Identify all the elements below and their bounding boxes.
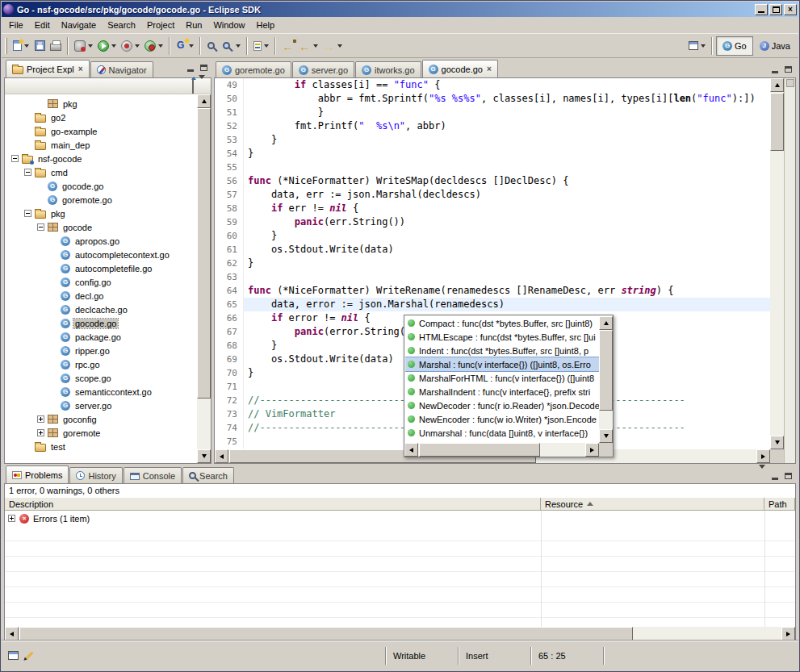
dropdown-arrow-icon[interactable] bbox=[337, 44, 342, 48]
expand-icon[interactable] bbox=[8, 515, 15, 522]
editor-tab-goremote.go[interactable]: Ggoremote.go bbox=[216, 61, 291, 77]
title-bar[interactable]: Go - nsf-gocode/src/pkg/gocode/gocode.go… bbox=[2, 2, 798, 17]
completion-item[interactable]: MarshalIndent : func(v interface{}, pref… bbox=[405, 385, 599, 399]
popup-vertical-scrollbar[interactable] bbox=[599, 316, 613, 443]
tree-item-goconfig[interactable]: goconfig bbox=[5, 412, 197, 426]
edit-marker-button[interactable] bbox=[22, 649, 36, 663]
minimize-problems-button[interactable] bbox=[769, 471, 781, 481]
scrollbar-thumb[interactable] bbox=[599, 330, 613, 411]
tree-item-decl.go[interactable]: Gdecl.go bbox=[5, 289, 197, 303]
editor-vertical-scrollbar[interactable] bbox=[770, 78, 784, 449]
perspective-go-button[interactable]: G Go bbox=[716, 36, 753, 56]
search-button[interactable] bbox=[220, 36, 243, 56]
explorer-vertical-scrollbar[interactable] bbox=[197, 94, 211, 463]
maximize-window-button[interactable] bbox=[769, 4, 782, 15]
back-button[interactable] bbox=[296, 36, 320, 56]
scroll-right-button[interactable] bbox=[585, 443, 599, 457]
dropdown-arrow-icon[interactable] bbox=[24, 44, 29, 48]
tab-console[interactable]: Console bbox=[124, 467, 182, 483]
next-annotation-button[interactable] bbox=[251, 36, 271, 56]
code-line-53[interactable]: 53 } bbox=[215, 133, 770, 147]
tab-search[interactable]: Search bbox=[182, 467, 234, 483]
code-line-63[interactable]: 63 bbox=[215, 270, 770, 284]
scroll-right-button[interactable] bbox=[781, 627, 795, 641]
column-header-resource[interactable]: Resource bbox=[541, 498, 764, 510]
collapse-icon[interactable] bbox=[24, 210, 31, 217]
tree-item-main_dep[interactable]: main_dep bbox=[5, 138, 197, 152]
scrollbar-thumb[interactable] bbox=[197, 108, 211, 399]
tree-item-declcache.go[interactable]: Gdeclcache.go bbox=[5, 303, 197, 316]
scroll-up-button[interactable] bbox=[599, 316, 613, 330]
minimize-window-button[interactable] bbox=[755, 4, 768, 15]
close-view-icon[interactable]: × bbox=[78, 65, 83, 73]
tree-item-pkg[interactable]: pkg bbox=[5, 97, 197, 111]
tab-project-explorer[interactable]: Project Expl × bbox=[6, 60, 90, 77]
minimize-view-button[interactable] bbox=[185, 63, 196, 73]
new-wizard-button[interactable] bbox=[10, 36, 31, 56]
tab-problems[interactable]: Problems bbox=[6, 465, 69, 483]
code-line-65[interactable]: 65 data, error := json.Marshal(renamedes… bbox=[215, 298, 770, 311]
coverage-button[interactable] bbox=[142, 36, 165, 56]
tree-item-apropos.go[interactable]: Gapropos.go bbox=[5, 234, 197, 248]
tree-item-config.go[interactable]: Gconfig.go bbox=[5, 275, 197, 289]
last-edit-location-button[interactable] bbox=[279, 36, 296, 56]
tree-item-rpc.go[interactable]: Grpc.go bbox=[5, 357, 197, 371]
scroll-up-button[interactable] bbox=[197, 94, 211, 108]
scroll-down-button[interactable] bbox=[770, 436, 784, 449]
tree-item-goremote.go[interactable]: Ggoremote.go bbox=[5, 193, 197, 207]
code-line-64[interactable]: 64func (*NiceFormatter) WriteRename(rena… bbox=[215, 284, 770, 298]
menu-project[interactable]: Project bbox=[141, 19, 180, 31]
menu-file[interactable]: File bbox=[3, 19, 29, 31]
code-line-51[interactable]: 51 } bbox=[215, 106, 770, 119]
maximize-view-button[interactable] bbox=[198, 63, 209, 73]
external-tools-button[interactable] bbox=[72, 36, 95, 56]
column-header-path[interactable]: Path bbox=[764, 498, 795, 510]
tree-item-scope.go[interactable]: Gscope.go bbox=[5, 371, 197, 385]
completion-item[interactable]: Compact : func(dst *bytes.Buffer, src []… bbox=[405, 316, 599, 330]
code-line-57[interactable]: 57 data, err := json.Marshal(decldescs) bbox=[215, 188, 770, 202]
overview-ruler-header[interactable] bbox=[786, 79, 794, 87]
minimize-editor-button[interactable] bbox=[769, 65, 781, 74]
scrollbar-thumb[interactable] bbox=[770, 93, 784, 151]
tree-item-go2[interactable]: go2 bbox=[5, 111, 197, 124]
dropdown-arrow-icon[interactable] bbox=[236, 44, 241, 48]
scroll-left-button[interactable] bbox=[404, 443, 418, 457]
dropdown-arrow-icon[interactable] bbox=[111, 44, 116, 48]
tree-item-autocompletefile.go[interactable]: Gautocompletefile.go bbox=[5, 261, 197, 275]
expand-icon[interactable] bbox=[37, 429, 44, 436]
tree-item-gocode.go[interactable]: Ggocode.go bbox=[5, 179, 197, 193]
problems-horizontal-scrollbar[interactable] bbox=[5, 627, 795, 641]
code-line-59[interactable]: 59 panic(err.String()) bbox=[215, 215, 770, 229]
tree-item-semanticcontext.go[interactable]: Gsemanticcontext.go bbox=[5, 385, 197, 399]
scroll-down-button[interactable] bbox=[599, 429, 613, 443]
completion-item[interactable]: Unmarshal : func(data []uint8, v interfa… bbox=[405, 426, 599, 440]
save-button[interactable] bbox=[31, 36, 48, 56]
tree-item-ripper.go[interactable]: Gripper.go bbox=[5, 344, 197, 357]
view-menu-button[interactable] bbox=[199, 79, 207, 94]
open-resource-button[interactable] bbox=[204, 36, 220, 56]
completion-item[interactable]: Indent : func(dst *bytes.Buffer, src []u… bbox=[405, 344, 599, 357]
dropdown-arrow-icon[interactable] bbox=[88, 44, 93, 48]
code-line-60[interactable]: 60 } bbox=[215, 229, 770, 243]
scrollbar-thumb[interactable] bbox=[419, 443, 540, 457]
scroll-right-button[interactable] bbox=[756, 449, 770, 463]
collapse-all-button[interactable] bbox=[192, 79, 194, 94]
dropdown-arrow-icon[interactable] bbox=[158, 44, 163, 48]
problems-row-errors[interactable]: ×Errors (1 item) bbox=[5, 511, 795, 526]
code-line-52[interactable]: 52 fmt.Printf(" %s\n", abbr) bbox=[215, 119, 770, 133]
tab-navigator[interactable]: Navigator bbox=[90, 61, 153, 77]
menu-edit[interactable]: Edit bbox=[29, 19, 56, 31]
editor-tab-itworks.go[interactable]: Gitworks.go bbox=[355, 61, 421, 77]
collapse-icon[interactable] bbox=[37, 223, 44, 231]
collapse-icon[interactable] bbox=[11, 155, 19, 162]
code-line-54[interactable]: 54} bbox=[215, 147, 770, 161]
code-line-56[interactable]: 56func (*NiceFormatter) WriteSMap(declde… bbox=[215, 174, 770, 188]
editor-tab-server.go[interactable]: Gserver.go bbox=[292, 61, 354, 77]
scroll-up-button[interactable] bbox=[770, 78, 784, 92]
new-go-element-button[interactable] bbox=[174, 36, 196, 56]
completion-item[interactable]: Marshal : func(v interface{}) ([]uint8, … bbox=[405, 357, 599, 371]
tree-item-nsf-gocode[interactable]: nsf-gocode bbox=[5, 152, 197, 165]
tree-item-goremote[interactable]: goremote bbox=[5, 426, 197, 440]
tree-item-gocode.go[interactable]: Ggocode.go bbox=[5, 316, 197, 330]
code-line-49[interactable]: 49 if classes[i] == "func" { bbox=[215, 78, 770, 92]
